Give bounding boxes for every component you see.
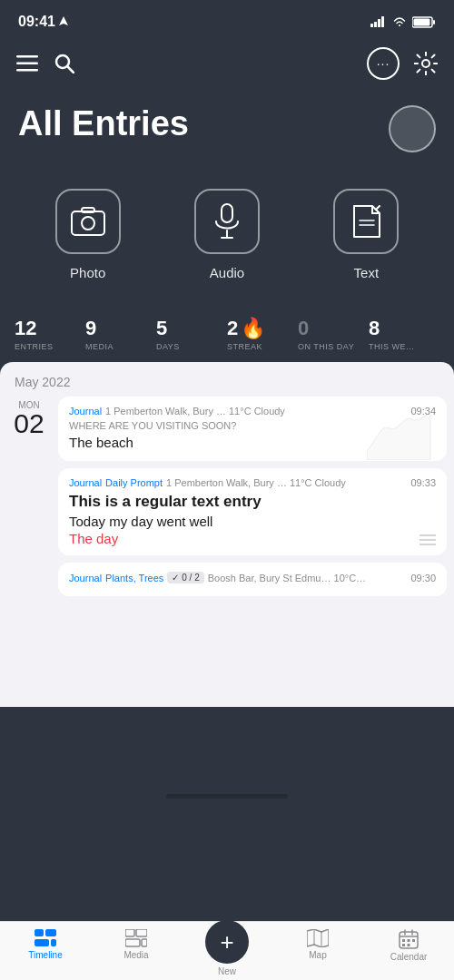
date-day-num: 02 <box>14 410 44 437</box>
entry-meta-left-2: Journal Daily Prompt 1 Pemberton Walk, B… <box>69 477 346 488</box>
svg-rect-32 <box>142 939 147 946</box>
battery-icon <box>412 16 436 28</box>
audio-entry-button[interactable]: Audio <box>194 189 260 280</box>
status-bar: 09:41 <box>0 0 454 40</box>
svg-point-13 <box>422 60 429 67</box>
entry-meta-left-3: Journal Plants, Trees ✓ 0 / 2 Boosh Bar,… <box>69 572 366 583</box>
nav-right: ··· <box>367 47 438 80</box>
stat-days-value: 5 <box>156 317 167 340</box>
entry-card-3[interactable]: Journal Plants, Trees ✓ 0 / 2 Boosh Bar,… <box>58 563 447 596</box>
entry-group-may02: MON 02 Journal 1 Pemberton Walk, Bury … … <box>0 397 454 603</box>
svg-rect-40 <box>402 939 405 942</box>
svg-rect-43 <box>402 944 405 946</box>
entry-meta-left-1: Journal 1 Pemberton Walk, Bury … 11°C Cl… <box>69 406 285 416</box>
tab-media[interactable]: Media <box>91 929 182 960</box>
audio-icon-container <box>194 189 260 254</box>
entry-time-2: 09:33 <box>410 477 436 488</box>
svg-rect-42 <box>412 939 415 942</box>
entry-location-3: Boosh Bar, Bury St Edmu… 10°C… <box>208 573 366 583</box>
photo-entry-button[interactable]: Photo <box>55 189 121 280</box>
tab-calendar[interactable]: Calendar <box>363 929 454 962</box>
stat-on-this-day-value: 0 <box>298 317 309 340</box>
tab-map[interactable]: Map <box>272 929 363 960</box>
stat-days: 5 DAYS <box>156 317 227 351</box>
photo-icon-container <box>55 189 121 254</box>
text-icon-container <box>333 189 399 254</box>
menu-icon[interactable] <box>16 55 38 72</box>
entry-meta-2: Journal Daily Prompt 1 Pemberton Walk, B… <box>69 477 436 488</box>
svg-rect-29 <box>125 929 134 936</box>
svg-rect-10 <box>16 69 38 72</box>
stat-on-this-day-label: ON THIS DAY <box>298 342 354 351</box>
timeline-month: May 2022 <box>0 362 454 397</box>
stats-bar: 12 ENTRIES 9 MEDIA 5 DAYS 2 🔥 STREAK 0 O… <box>0 299 454 362</box>
entry-prompt-1: WHERE ARE YOU VISITING SOON? <box>69 420 436 431</box>
entry-location-2: 1 Pemberton Walk, Bury … 11°C Cloudy <box>166 477 346 488</box>
calendar-icon <box>399 929 419 949</box>
svg-rect-17 <box>222 204 232 222</box>
stat-media: 9 MEDIA <box>85 317 156 351</box>
svg-rect-7 <box>414 18 430 25</box>
page-title: All Entries <box>18 105 189 143</box>
journal-sub-3: Plants, Trees <box>105 573 163 583</box>
entry-card-1[interactable]: Journal 1 Pemberton Walk, Bury … 11°C Cl… <box>58 397 447 461</box>
tab-new[interactable]: + New <box>182 929 272 976</box>
tab-new-label: New <box>218 966 236 976</box>
tab-map-label: Map <box>309 950 326 960</box>
new-entry-fab[interactable]: + <box>205 920 249 964</box>
text-label: Text <box>354 265 380 280</box>
svg-rect-8 <box>16 55 38 58</box>
lines-icon <box>419 534 436 546</box>
svg-rect-41 <box>408 939 410 942</box>
stat-streak-value: 2 🔥 <box>227 317 265 340</box>
avatar[interactable] <box>389 105 436 152</box>
svg-marker-33 <box>307 929 329 947</box>
svg-rect-3 <box>378 19 380 27</box>
journal-sub-2: Daily Prompt <box>105 477 163 488</box>
timeline-icon <box>35 929 56 947</box>
timeline-section: May 2022 MON 02 Journal 1 Pemberton Walk… <box>0 362 454 707</box>
entry-body-1: The beach <box>69 433 436 452</box>
svg-rect-30 <box>136 929 147 936</box>
tab-timeline-label: Timeline <box>28 950 62 960</box>
tag-badge-3: ✓ 0 / 2 <box>167 572 203 583</box>
status-icons <box>370 16 436 28</box>
entry-card-2[interactable]: Journal Daily Prompt 1 Pemberton Walk, B… <box>58 468 447 555</box>
more-options-button[interactable]: ··· <box>367 47 400 80</box>
stat-entries: 12 ENTRIES <box>15 317 85 351</box>
entry-body-2: Today my day went well <box>69 512 436 531</box>
entry-meta-1: Journal 1 Pemberton Walk, Bury … 11°C Cl… <box>69 406 436 416</box>
svg-rect-1 <box>370 24 373 27</box>
stat-entries-label: ENTRIES <box>15 342 54 351</box>
journal-name-3: Journal <box>69 573 102 583</box>
stat-this-week: 8 THIS WE… <box>369 317 439 351</box>
nav-left <box>16 54 74 74</box>
home-indicator <box>166 794 288 799</box>
tab-calendar-label: Calendar <box>390 952 428 962</box>
search-icon[interactable] <box>54 54 74 74</box>
entries-column: Journal 1 Pemberton Walk, Bury … 11°C Cl… <box>58 397 447 603</box>
photo-label: Photo <box>70 265 105 280</box>
journal-name-2: Journal <box>69 477 102 488</box>
svg-rect-27 <box>35 939 49 946</box>
svg-rect-31 <box>125 939 140 946</box>
location-icon <box>59 16 68 27</box>
entry-meta-3: Journal Plants, Trees ✓ 0 / 2 Boosh Bar,… <box>69 572 436 583</box>
stat-this-week-value: 8 <box>369 317 380 340</box>
svg-rect-4 <box>381 16 384 27</box>
entry-title-2: This is a regular text entry <box>69 492 436 512</box>
stat-this-week-label: THIS WE… <box>369 342 415 351</box>
date-column: MON 02 <box>7 397 51 603</box>
stat-streak-label: STREAK <box>227 342 262 351</box>
new-entry-section: Photo Audio Text <box>0 162 454 299</box>
settings-icon[interactable] <box>414 52 438 75</box>
text-entry-button[interactable]: Text <box>333 189 399 280</box>
entry-body-highlight-2: The day <box>69 531 436 546</box>
svg-rect-2 <box>374 22 377 27</box>
stat-streak: 2 🔥 STREAK <box>227 317 298 351</box>
entry-time-3: 09:30 <box>410 573 436 583</box>
svg-rect-26 <box>45 929 56 936</box>
top-nav: ··· <box>0 40 454 87</box>
flame-icon: 🔥 <box>241 317 265 340</box>
tab-timeline[interactable]: Timeline <box>0 929 91 960</box>
